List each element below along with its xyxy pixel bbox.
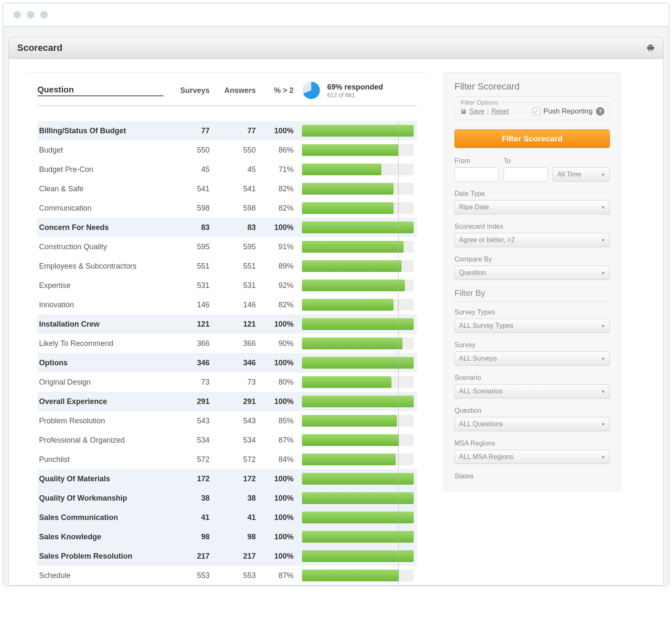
table-row[interactable]: Construction Quality59559591% — [37, 237, 417, 256]
table-row[interactable]: Expertise53153192% — [37, 276, 417, 295]
cell-surveys: 77 — [163, 127, 210, 135]
scorecard-index-select[interactable]: Agree or better, >2▼ — [454, 233, 610, 247]
filter-sidebar: Filter Scorecard Filter Options Save | R… — [444, 72, 620, 491]
cell-bar — [294, 454, 417, 465]
cell-question: Clean & Safe — [37, 185, 163, 193]
save-icon — [460, 108, 467, 115]
survey-types-label: Survey Types — [454, 309, 610, 316]
table-row[interactable]: Communication59859882% — [37, 198, 417, 218]
states-label: States — [454, 472, 610, 480]
table-row[interactable]: Sales Problem Resolution217217100% — [37, 546, 417, 566]
table-row[interactable]: Quality Of Materials172172100% — [37, 469, 417, 488]
col-surveys-header[interactable]: Surveys — [163, 86, 210, 95]
table-row[interactable]: Sales Communication4141100% — [37, 508, 417, 527]
cell-answers: 595 — [210, 243, 256, 251]
scenario-select[interactable]: ALL Scenarios▼ — [454, 384, 610, 398]
cell-answers: 553 — [210, 571, 256, 580]
cell-pct: 100% — [256, 320, 294, 329]
cell-bar — [294, 241, 417, 253]
col-answers-header[interactable]: Answers — [210, 86, 256, 95]
question-select[interactable]: ALL Questions▼ — [454, 417, 610, 431]
cell-surveys: 41 — [163, 513, 210, 522]
print-icon[interactable] — [646, 44, 655, 52]
survey-types-select[interactable]: ALL Survey Types▼ — [454, 319, 610, 333]
cell-question: Concern For Needs — [37, 223, 163, 232]
scenario-label: Scenario — [454, 374, 610, 382]
cell-question: Sales Knowledge — [37, 533, 163, 541]
help-icon[interactable]: ? — [596, 107, 604, 116]
table-row[interactable]: Billing/Status Of Budget7777100% — [37, 121, 417, 140]
cell-bar — [294, 164, 417, 175]
cell-surveys: 83 — [163, 223, 210, 232]
cell-answers: 146 — [210, 301, 256, 309]
cell-pct: 84% — [256, 455, 294, 464]
page-header: Scorecard — [8, 37, 664, 59]
table-row[interactable]: Likely To Recommend36636690% — [37, 334, 417, 353]
cell-surveys: 551 — [163, 262, 210, 271]
table-row[interactable]: Employees & Subcontractors55155189% — [37, 256, 417, 276]
cell-surveys: 534 — [163, 436, 210, 445]
push-reporting-checkbox[interactable]: ✓ — [533, 108, 540, 115]
table-row[interactable]: Sales Knowledge9898100% — [37, 527, 417, 546]
table-row[interactable]: Options346346100% — [37, 353, 417, 372]
reset-link[interactable]: Reset — [491, 108, 509, 115]
table-row[interactable]: Installation Crew121121100% — [37, 314, 417, 334]
date-type-label: Date Type — [454, 190, 610, 198]
cell-bar — [294, 280, 417, 291]
sidebar-title: Filter Scorecard — [454, 81, 610, 97]
cell-surveys: 598 — [163, 204, 210, 213]
cell-question: Construction Quality — [37, 243, 163, 251]
msa-select[interactable]: ALL MSA Regions▼ — [454, 450, 610, 464]
table-row[interactable]: Budget55055086% — [37, 140, 417, 160]
table-row[interactable]: Overall Experience291291100% — [37, 392, 417, 411]
cell-surveys: 38 — [163, 494, 210, 503]
table-row[interactable]: Innovation14614682% — [37, 295, 417, 314]
cell-answers: 291 — [210, 397, 256, 406]
cell-pct: 100% — [256, 533, 294, 541]
scorecard-table: Question Surveys Answers % > 2 69% respo… — [26, 72, 429, 585]
cell-surveys: 73 — [163, 378, 210, 387]
cell-answers: 77 — [210, 127, 256, 135]
cell-answers: 366 — [210, 339, 256, 348]
table-row[interactable]: Concern For Needs8383100% — [37, 218, 417, 237]
cell-bar — [294, 318, 417, 330]
cell-bar — [294, 357, 417, 369]
table-row[interactable]: Original Design737380% — [37, 372, 417, 392]
col-question-header[interactable]: Question — [37, 85, 163, 96]
cell-question: Options — [37, 359, 163, 367]
cell-answers: 534 — [210, 436, 256, 445]
filter-scorecard-button[interactable]: Filter Scorecard — [454, 129, 610, 148]
cell-surveys: 572 — [163, 455, 210, 464]
date-type-select[interactable]: Ripe Date▼ — [454, 200, 610, 214]
table-row[interactable]: Schedule55355387% — [37, 566, 417, 585]
table-row[interactable]: Budget Pre-Con454571% — [37, 160, 417, 179]
from-input[interactable] — [454, 167, 499, 182]
from-label: From — [454, 157, 499, 165]
survey-select[interactable]: ALL Surveys▼ — [454, 351, 610, 366]
cell-bar — [294, 222, 417, 233]
cell-pct: 82% — [256, 204, 294, 213]
responded-donut-icon — [301, 80, 321, 100]
cell-question: Schedule — [37, 571, 163, 580]
compare-by-select[interactable]: Question▼ — [454, 266, 610, 280]
table-row[interactable]: Punchlist57257284% — [37, 450, 417, 469]
cell-pct: 100% — [256, 475, 294, 483]
avg-line — [398, 121, 399, 585]
cell-surveys: 121 — [163, 320, 210, 329]
cell-surveys: 346 — [163, 359, 210, 367]
cell-pct: 100% — [256, 359, 294, 367]
table-row[interactable]: Clean & Safe54154182% — [37, 179, 417, 198]
cell-question: Punchlist — [37, 455, 163, 464]
cell-pct: 100% — [256, 494, 294, 503]
table-row[interactable]: Problem Resolution54354385% — [37, 411, 417, 430]
save-link[interactable]: Save — [469, 108, 484, 115]
table-row[interactable]: Quality Of Workmanship3838100% — [37, 488, 417, 508]
cell-pct: 82% — [256, 185, 294, 193]
cell-bar — [294, 570, 417, 581]
cell-question: Expertise — [37, 281, 163, 290]
cell-answers: 172 — [210, 475, 256, 483]
time-range-select[interactable]: All Time▼ — [553, 167, 610, 182]
to-input[interactable] — [504, 167, 548, 182]
col-pct-header[interactable]: % > 2 — [256, 86, 294, 95]
table-row[interactable]: Professional & Organized53453487% — [37, 430, 417, 450]
